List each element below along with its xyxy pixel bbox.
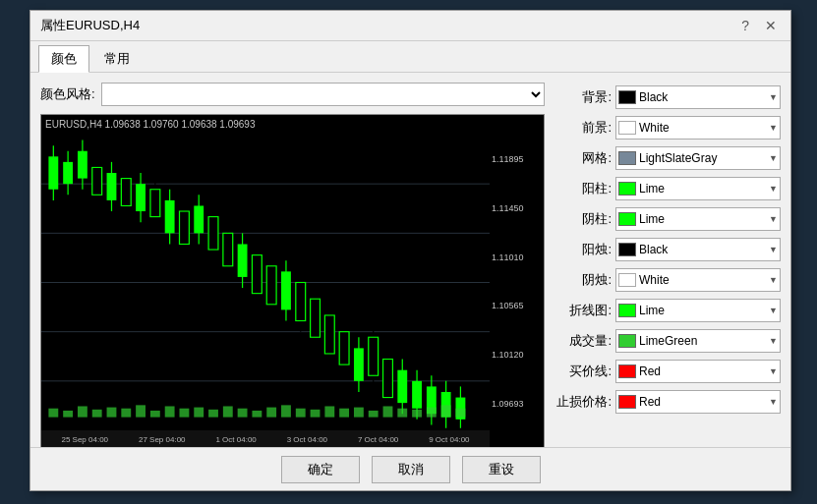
help-button[interactable]: ? [737, 18, 753, 33]
svg-rect-32 [238, 244, 248, 276]
prop-select-bear-wick[interactable]: White ▼ [615, 268, 781, 292]
prop-label-foreground: 前景: [554, 119, 612, 137]
tab-color[interactable]: 颜色 [38, 45, 89, 73]
prop-select-bull-candle[interactable]: Lime ▼ [615, 177, 781, 200]
color-style-row: 颜色风格: [40, 83, 545, 106]
price-labels: 1.11895 1.11450 1.11010 1.10565 1.10120 … [490, 115, 544, 448]
prop-row-stop-price: 止损价格: Red ▼ [554, 389, 781, 415]
reset-button[interactable]: 重设 [462, 456, 541, 483]
prop-row-line-chart: 折线图: Lime ▼ [554, 298, 781, 323]
prop-select-text-bear-wick: White [639, 273, 767, 287]
prop-select-bull-wick[interactable]: Black ▼ [615, 238, 781, 261]
color-swatch-bull-wick [618, 243, 636, 256]
color-swatch-bear-wick [618, 273, 636, 287]
dropdown-arrow-foreground: ▼ [769, 123, 778, 133]
date-labels: 25 Sep 04:00 27 Sep 04:00 1 Oct 04:00 3 … [41, 430, 490, 448]
color-style-label: 颜色风格: [40, 85, 95, 103]
prop-select-text-bull-candle: Lime [639, 182, 767, 196]
svg-rect-34 [252, 255, 262, 294]
svg-rect-65 [78, 406, 88, 417]
svg-rect-73 [194, 408, 204, 418]
svg-rect-44 [324, 315, 334, 354]
prop-row-bull-candle: 阳柱: Lime ▼ [554, 176, 781, 201]
svg-rect-16 [121, 179, 131, 206]
prop-label-ask-line: 买价线: [554, 363, 612, 380]
color-swatch-line-chart [618, 304, 636, 317]
color-swatch-grid [618, 151, 636, 165]
svg-rect-24 [179, 211, 189, 244]
color-style-select[interactable] [101, 83, 545, 106]
svg-rect-71 [165, 406, 175, 417]
svg-rect-28 [208, 217, 218, 250]
prop-select-foreground[interactable]: White ▼ [615, 116, 781, 140]
confirm-button[interactable]: 确定 [281, 456, 360, 483]
prop-select-stop-price[interactable]: Red ▼ [615, 390, 781, 414]
svg-rect-66 [92, 410, 102, 418]
svg-rect-82 [324, 406, 334, 417]
prop-select-text-bull-wick: Black [639, 243, 767, 256]
color-swatch-stop-price [618, 395, 636, 409]
prop-row-volume: 成交量: LimeGreen ▼ [554, 328, 781, 354]
svg-rect-90 [441, 405, 451, 417]
price-label-4: 1.10565 [490, 301, 544, 310]
dropdown-arrow-background: ▼ [769, 92, 778, 102]
prop-label-grid: 网格: [554, 149, 612, 167]
date-label-5: 7 Oct 04:00 [358, 435, 398, 444]
tab-common[interactable]: 常用 [91, 45, 143, 72]
prop-select-text-grid: LightSlateGray [639, 151, 767, 165]
svg-rect-88 [412, 410, 422, 418]
prop-label-bull-candle: 阳柱: [554, 180, 612, 197]
svg-rect-78 [266, 408, 276, 418]
prop-row-background: 背景: Black ▼ [554, 84, 781, 110]
prop-select-text-ask-line: Red [639, 364, 767, 378]
svg-rect-64 [63, 411, 73, 418]
svg-rect-74 [208, 410, 218, 418]
title-controls: ? ✕ [737, 18, 781, 33]
svg-rect-76 [238, 409, 248, 418]
title-bar: 属性EURUSD,H4 ? ✕ [30, 11, 790, 41]
date-label-3: 1 Oct 04:00 [215, 435, 256, 444]
color-swatch-bull-candle [618, 182, 636, 196]
svg-rect-79 [281, 405, 291, 417]
prop-select-grid[interactable]: LightSlateGray ▼ [615, 146, 781, 170]
dropdown-arrow-bull-wick: ▼ [769, 245, 778, 254]
prop-select-volume[interactable]: LimeGreen ▼ [615, 329, 781, 353]
svg-rect-91 [455, 409, 465, 418]
svg-rect-10 [78, 151, 88, 179]
prop-row-foreground: 前景: White ▼ [554, 115, 781, 140]
prop-select-background[interactable]: Black ▼ [615, 85, 781, 109]
tab-bar: 颜色 常用 [30, 41, 790, 73]
svg-rect-72 [179, 409, 189, 418]
svg-rect-83 [339, 409, 349, 418]
right-panel: 背景: Black ▼ 前景: White ▼ 网格: [554, 83, 781, 449]
prop-select-line-chart[interactable]: Lime ▼ [615, 299, 781, 322]
prop-select-ask-line[interactable]: Red ▼ [615, 360, 781, 383]
svg-rect-63 [48, 409, 58, 418]
prop-select-bear-candle[interactable]: Lime ▼ [615, 207, 781, 231]
prop-select-text-volume: LimeGreen [639, 334, 767, 348]
prop-select-text-foreground: White [639, 121, 767, 135]
price-label-3: 1.11010 [490, 252, 544, 262]
prop-row-bear-wick: 阴烛: White ▼ [554, 267, 781, 293]
svg-rect-84 [354, 408, 364, 418]
date-label-6: 9 Oct 04:00 [429, 435, 469, 444]
prop-select-text-line-chart: Lime [639, 304, 767, 317]
prop-row-bear-candle: 阴柱: Lime ▼ [554, 206, 781, 232]
svg-rect-18 [136, 184, 146, 211]
color-swatch-foreground [618, 121, 636, 135]
close-button[interactable]: ✕ [761, 18, 781, 33]
price-label-5: 1.10120 [490, 350, 544, 360]
dropdown-arrow-stop-price: ▼ [769, 397, 778, 407]
prop-label-bear-wick: 阴烛: [554, 271, 612, 289]
svg-rect-81 [311, 410, 321, 418]
chart-header-label: EURUSD,H4 1.09638 1.09760 1.09638 1.0969… [45, 119, 256, 130]
svg-rect-8 [63, 162, 73, 184]
content-area: 颜色风格: EURUSD,H4 1.09638 1.09760 1.09638 … [30, 73, 790, 459]
svg-rect-77 [252, 411, 262, 418]
cancel-button[interactable]: 取消 [372, 456, 450, 483]
prop-label-background: 背景: [554, 88, 612, 106]
dropdown-arrow-grid: ▼ [769, 153, 778, 163]
svg-rect-46 [339, 332, 349, 364]
footer: 确定 取消 重设 [30, 447, 790, 490]
color-swatch-ask-line [618, 364, 636, 378]
